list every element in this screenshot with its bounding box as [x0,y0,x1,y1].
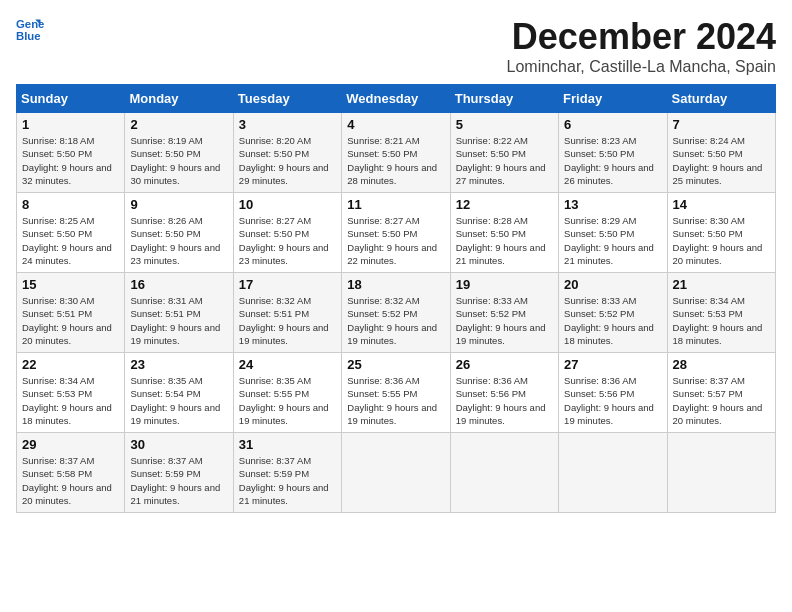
cell-content: Sunrise: 8:35 AMSunset: 5:54 PMDaylight:… [130,375,220,426]
calendar-cell: 12 Sunrise: 8:28 AMSunset: 5:50 PMDaylig… [450,193,558,273]
week-row-1: 1 Sunrise: 8:18 AMSunset: 5:50 PMDayligh… [17,113,776,193]
cell-content: Sunrise: 8:21 AMSunset: 5:50 PMDaylight:… [347,135,437,186]
cell-content: Sunrise: 8:27 AMSunset: 5:50 PMDaylight:… [347,215,437,266]
calendar-cell: 11 Sunrise: 8:27 AMSunset: 5:50 PMDaylig… [342,193,450,273]
column-header-friday: Friday [559,85,667,113]
calendar-cell: 24 Sunrise: 8:35 AMSunset: 5:55 PMDaylig… [233,353,341,433]
cell-content: Sunrise: 8:37 AMSunset: 5:58 PMDaylight:… [22,455,112,506]
column-header-wednesday: Wednesday [342,85,450,113]
calendar-cell: 5 Sunrise: 8:22 AMSunset: 5:50 PMDayligh… [450,113,558,193]
calendar-cell: 2 Sunrise: 8:19 AMSunset: 5:50 PMDayligh… [125,113,233,193]
calendar-title: December 2024 [507,16,776,58]
week-row-2: 8 Sunrise: 8:25 AMSunset: 5:50 PMDayligh… [17,193,776,273]
column-header-monday: Monday [125,85,233,113]
day-number: 17 [239,277,336,292]
day-number: 10 [239,197,336,212]
week-row-5: 29 Sunrise: 8:37 AMSunset: 5:58 PMDaylig… [17,433,776,513]
column-header-tuesday: Tuesday [233,85,341,113]
calendar-cell: 6 Sunrise: 8:23 AMSunset: 5:50 PMDayligh… [559,113,667,193]
week-row-4: 22 Sunrise: 8:34 AMSunset: 5:53 PMDaylig… [17,353,776,433]
calendar-cell: 28 Sunrise: 8:37 AMSunset: 5:57 PMDaylig… [667,353,775,433]
day-number: 2 [130,117,227,132]
day-number: 21 [673,277,770,292]
day-number: 24 [239,357,336,372]
logo-icon: General Blue [16,16,44,44]
calendar-cell: 31 Sunrise: 8:37 AMSunset: 5:59 PMDaylig… [233,433,341,513]
cell-content: Sunrise: 8:33 AMSunset: 5:52 PMDaylight:… [564,295,654,346]
calendar-cell [342,433,450,513]
cell-content: Sunrise: 8:28 AMSunset: 5:50 PMDaylight:… [456,215,546,266]
cell-content: Sunrise: 8:34 AMSunset: 5:53 PMDaylight:… [673,295,763,346]
day-number: 18 [347,277,444,292]
column-header-sunday: Sunday [17,85,125,113]
column-header-saturday: Saturday [667,85,775,113]
day-number: 3 [239,117,336,132]
day-number: 30 [130,437,227,452]
calendar-cell: 8 Sunrise: 8:25 AMSunset: 5:50 PMDayligh… [17,193,125,273]
day-number: 19 [456,277,553,292]
calendar-cell: 9 Sunrise: 8:26 AMSunset: 5:50 PMDayligh… [125,193,233,273]
calendar-cell [559,433,667,513]
page-header: General Blue December 2024 Lominchar, Ca… [16,16,776,76]
day-number: 29 [22,437,119,452]
cell-content: Sunrise: 8:36 AMSunset: 5:55 PMDaylight:… [347,375,437,426]
title-section: December 2024 Lominchar, Castille-La Man… [507,16,776,76]
calendar-cell [450,433,558,513]
day-number: 1 [22,117,119,132]
day-number: 20 [564,277,661,292]
day-number: 31 [239,437,336,452]
cell-content: Sunrise: 8:26 AMSunset: 5:50 PMDaylight:… [130,215,220,266]
calendar-cell: 27 Sunrise: 8:36 AMSunset: 5:56 PMDaylig… [559,353,667,433]
calendar-table: SundayMondayTuesdayWednesdayThursdayFrid… [16,84,776,513]
calendar-cell: 22 Sunrise: 8:34 AMSunset: 5:53 PMDaylig… [17,353,125,433]
calendar-cell: 3 Sunrise: 8:20 AMSunset: 5:50 PMDayligh… [233,113,341,193]
cell-content: Sunrise: 8:35 AMSunset: 5:55 PMDaylight:… [239,375,329,426]
calendar-cell: 26 Sunrise: 8:36 AMSunset: 5:56 PMDaylig… [450,353,558,433]
cell-content: Sunrise: 8:22 AMSunset: 5:50 PMDaylight:… [456,135,546,186]
cell-content: Sunrise: 8:18 AMSunset: 5:50 PMDaylight:… [22,135,112,186]
calendar-cell: 10 Sunrise: 8:27 AMSunset: 5:50 PMDaylig… [233,193,341,273]
calendar-cell: 14 Sunrise: 8:30 AMSunset: 5:50 PMDaylig… [667,193,775,273]
cell-content: Sunrise: 8:19 AMSunset: 5:50 PMDaylight:… [130,135,220,186]
cell-content: Sunrise: 8:37 AMSunset: 5:59 PMDaylight:… [239,455,329,506]
calendar-cell: 15 Sunrise: 8:30 AMSunset: 5:51 PMDaylig… [17,273,125,353]
cell-content: Sunrise: 8:27 AMSunset: 5:50 PMDaylight:… [239,215,329,266]
cell-content: Sunrise: 8:34 AMSunset: 5:53 PMDaylight:… [22,375,112,426]
calendar-cell: 25 Sunrise: 8:36 AMSunset: 5:55 PMDaylig… [342,353,450,433]
day-number: 15 [22,277,119,292]
calendar-cell: 16 Sunrise: 8:31 AMSunset: 5:51 PMDaylig… [125,273,233,353]
logo: General Blue [16,16,44,44]
calendar-cell: 4 Sunrise: 8:21 AMSunset: 5:50 PMDayligh… [342,113,450,193]
calendar-cell: 23 Sunrise: 8:35 AMSunset: 5:54 PMDaylig… [125,353,233,433]
cell-content: Sunrise: 8:20 AMSunset: 5:50 PMDaylight:… [239,135,329,186]
day-number: 6 [564,117,661,132]
calendar-cell [667,433,775,513]
calendar-cell: 30 Sunrise: 8:37 AMSunset: 5:59 PMDaylig… [125,433,233,513]
cell-content: Sunrise: 8:25 AMSunset: 5:50 PMDaylight:… [22,215,112,266]
calendar-header-row: SundayMondayTuesdayWednesdayThursdayFrid… [17,85,776,113]
day-number: 4 [347,117,444,132]
day-number: 5 [456,117,553,132]
cell-content: Sunrise: 8:29 AMSunset: 5:50 PMDaylight:… [564,215,654,266]
cell-content: Sunrise: 8:23 AMSunset: 5:50 PMDaylight:… [564,135,654,186]
day-number: 25 [347,357,444,372]
svg-text:Blue: Blue [16,30,41,42]
day-number: 9 [130,197,227,212]
calendar-cell: 21 Sunrise: 8:34 AMSunset: 5:53 PMDaylig… [667,273,775,353]
day-number: 16 [130,277,227,292]
calendar-cell: 19 Sunrise: 8:33 AMSunset: 5:52 PMDaylig… [450,273,558,353]
cell-content: Sunrise: 8:37 AMSunset: 5:57 PMDaylight:… [673,375,763,426]
cell-content: Sunrise: 8:30 AMSunset: 5:50 PMDaylight:… [673,215,763,266]
calendar-cell: 20 Sunrise: 8:33 AMSunset: 5:52 PMDaylig… [559,273,667,353]
day-number: 28 [673,357,770,372]
cell-content: Sunrise: 8:31 AMSunset: 5:51 PMDaylight:… [130,295,220,346]
day-number: 14 [673,197,770,212]
cell-content: Sunrise: 8:32 AMSunset: 5:52 PMDaylight:… [347,295,437,346]
calendar-cell: 13 Sunrise: 8:29 AMSunset: 5:50 PMDaylig… [559,193,667,273]
week-row-3: 15 Sunrise: 8:30 AMSunset: 5:51 PMDaylig… [17,273,776,353]
day-number: 8 [22,197,119,212]
cell-content: Sunrise: 8:36 AMSunset: 5:56 PMDaylight:… [456,375,546,426]
day-number: 11 [347,197,444,212]
day-number: 13 [564,197,661,212]
cell-content: Sunrise: 8:32 AMSunset: 5:51 PMDaylight:… [239,295,329,346]
